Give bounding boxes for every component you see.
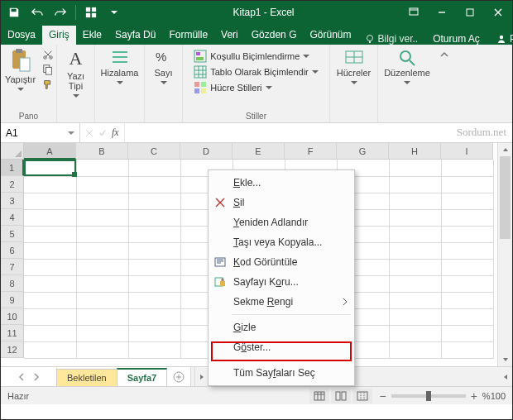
group-clipboard: Yapıştır Pano: [1, 45, 57, 122]
view-page-break-icon[interactable]: [352, 389, 372, 403]
scroll-thumb[interactable]: [500, 156, 511, 239]
enter-formula-icon[interactable]: [98, 129, 107, 137]
ctx-protect-sheet[interactable]: Sayfayı Koru...: [209, 272, 354, 292]
redo-button[interactable]: [50, 2, 70, 22]
row-header[interactable]: 9: [1, 292, 24, 308]
tell-me[interactable]: Bilgi ver..: [358, 33, 425, 45]
qat-customize-icon[interactable]: [104, 2, 124, 22]
close-button[interactable]: [484, 1, 512, 24]
cancel-formula-icon[interactable]: [85, 129, 93, 137]
copy-icon[interactable]: [41, 63, 55, 76]
cut-icon[interactable]: [41, 48, 55, 61]
name-box[interactable]: A1: [1, 123, 80, 142]
sign-in-link[interactable]: Oturum Aç: [424, 33, 488, 45]
sheet-context-menu: Ekle... Sil Yeniden Adlandır Taşı veya K…: [208, 169, 355, 386]
ctx-tab-color[interactable]: Sekme Rengi: [209, 292, 354, 312]
ctx-insert[interactable]: Ekle...: [209, 173, 354, 193]
zoom-value[interactable]: %100: [482, 391, 506, 401]
tab-review[interactable]: Gözden G: [245, 26, 304, 45]
col-header[interactable]: A: [24, 143, 76, 160]
row-header[interactable]: 6: [1, 242, 24, 259]
ribbon: Yapıştır Pano A Yazı Tipi Hizalama: [1, 45, 512, 123]
col-header[interactable]: B: [76, 143, 128, 160]
format-as-table-button[interactable]: Tablo Olarak Biçimlendir: [194, 65, 319, 79]
select-all-corner[interactable]: [1, 143, 24, 160]
sheet-tab-pending[interactable]: Bekletilen: [56, 369, 117, 386]
ctx-hide[interactable]: Gizle: [209, 317, 354, 337]
tab-insert[interactable]: Ekle: [76, 26, 108, 45]
view-page-layout-icon[interactable]: [331, 389, 351, 403]
formula-input[interactable]: [125, 123, 512, 142]
vertical-scrollbar[interactable]: [497, 143, 512, 366]
tab-home[interactable]: Giriş: [42, 26, 76, 45]
number-dropdown[interactable]: % Sayı: [148, 48, 180, 86]
styles-group-label: Stiller: [188, 112, 324, 121]
ctx-rename[interactable]: Yeniden Adlandır: [209, 212, 354, 232]
svg-rect-3: [92, 13, 96, 17]
row-header[interactable]: 4: [1, 209, 24, 226]
ctx-move-copy[interactable]: Taşı veya Kopyala...: [209, 232, 354, 252]
percent-icon: %: [154, 48, 174, 66]
minimize-button[interactable]: [428, 1, 456, 24]
cell-styles-button[interactable]: Hücre Stilleri: [194, 81, 319, 94]
col-header[interactable]: G: [337, 143, 389, 160]
ctx-select-all-sheets[interactable]: Tüm Sayfaları Seç: [209, 363, 354, 383]
row-header[interactable]: 2: [1, 176, 24, 193]
view-normal-icon[interactable]: [309, 389, 329, 403]
maximize-button[interactable]: [456, 1, 484, 24]
row-header[interactable]: 1: [1, 160, 24, 176]
zoom-in-button[interactable]: +: [471, 389, 477, 403]
next-sheet-icon[interactable]: [33, 373, 40, 381]
tab-formulas[interactable]: Formülle: [162, 26, 214, 45]
sheet-tab-active[interactable]: Sayfa7: [117, 368, 167, 386]
paste-button[interactable]: Yapıştır: [3, 48, 38, 93]
col-header[interactable]: D: [180, 143, 233, 160]
scroll-left-icon[interactable]: [195, 374, 209, 380]
alignment-dropdown[interactable]: Hizalama: [99, 48, 141, 86]
row-header[interactable]: 8: [1, 275, 24, 292]
tab-page-layout[interactable]: Sayfa Dü: [108, 26, 162, 45]
undo-button[interactable]: [27, 2, 47, 22]
prev-sheet-icon[interactable]: [18, 373, 25, 381]
save-icon[interactable]: [4, 2, 24, 22]
group-font: A Yazı Tipi: [57, 45, 95, 122]
row-header[interactable]: 10: [1, 308, 24, 325]
ctx-view-code[interactable]: Kod Görüntüle: [209, 252, 354, 272]
svg-rect-10: [20, 58, 30, 71]
conditional-format-button[interactable]: Koşullu Biçimlendirme: [194, 50, 319, 63]
tab-view[interactable]: Görünüm: [303, 26, 357, 45]
ribbon-options-icon[interactable]: [400, 1, 428, 24]
zoom-slider[interactable]: [391, 394, 466, 398]
col-header[interactable]: H: [389, 143, 441, 160]
editing-dropdown[interactable]: Düzenleme: [382, 48, 432, 86]
ctx-unhide[interactable]: Göster...: [209, 337, 354, 357]
row-header[interactable]: 11: [1, 325, 24, 341]
col-header[interactable]: I: [441, 143, 493, 160]
zoom-out-button[interactable]: −: [379, 389, 386, 403]
sheet-nav[interactable]: [1, 367, 57, 386]
fx-icon[interactable]: fx: [112, 126, 119, 139]
tab-file[interactable]: Dosya: [1, 26, 42, 45]
row-header[interactable]: 5: [1, 226, 24, 242]
share-button[interactable]: Paylaş: [488, 33, 513, 45]
row-header[interactable]: 12: [1, 341, 24, 358]
ctx-delete[interactable]: Sil: [209, 193, 354, 212]
touch-mode-icon[interactable]: [81, 2, 101, 22]
col-header[interactable]: E: [233, 143, 285, 160]
ribbon-collapse-button[interactable]: [436, 45, 453, 122]
row-header[interactable]: 7: [1, 259, 24, 275]
col-header[interactable]: F: [285, 143, 337, 160]
col-header[interactable]: C: [128, 143, 180, 160]
row-header[interactable]: 3: [1, 193, 24, 209]
new-sheet-button[interactable]: [167, 367, 190, 386]
scroll-down-icon[interactable]: [498, 353, 512, 366]
cells-dropdown[interactable]: Hücreler: [334, 48, 374, 86]
tab-data[interactable]: Veri: [214, 26, 245, 45]
font-dropdown[interactable]: A Yazı Tipi: [60, 48, 92, 99]
number-label: Sayı: [154, 68, 172, 78]
format-painter-icon[interactable]: [41, 78, 55, 91]
chevron-down-icon: [161, 79, 167, 86]
name-box-value: A1: [6, 127, 18, 139]
scroll-right-icon[interactable]: [499, 374, 512, 380]
scroll-up-icon[interactable]: [498, 143, 512, 156]
